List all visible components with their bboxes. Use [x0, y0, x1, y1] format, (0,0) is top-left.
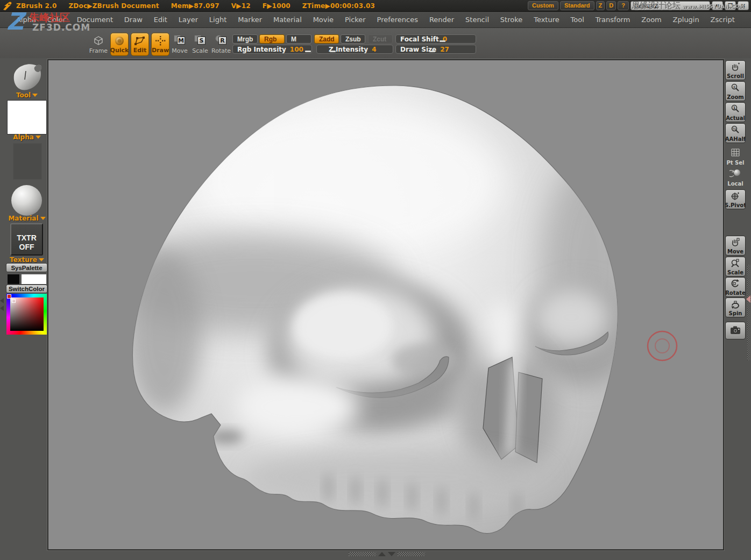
menu-item-stroke[interactable]: Stroke: [500, 16, 522, 24]
zsub-button[interactable]: Zsub: [341, 34, 365, 44]
menu-item-edit[interactable]: Edit: [154, 16, 167, 24]
zbrush-logo-icon: [2, 1, 13, 11]
menu-item-alpha[interactable]: Alpha: [16, 16, 36, 24]
local-button[interactable]: Local: [725, 167, 746, 187]
menu-item-light[interactable]: Light: [209, 16, 226, 24]
sv-selector[interactable]: [12, 299, 16, 303]
move-button[interactable]: M Move: [171, 33, 189, 56]
tray-collapse-icon[interactable]: [388, 552, 395, 556]
z-intensity-slider[interactable]: Z Intensity 4: [316, 45, 393, 54]
menu-item-draw[interactable]: Draw: [124, 16, 143, 24]
skull-model[interactable]: [48, 60, 723, 549]
slider-handle[interactable]: [440, 40, 445, 42]
aahalf-label: AAHalf: [725, 136, 746, 142]
menu-item-movie[interactable]: Movie: [313, 16, 334, 24]
syspalette-button[interactable]: SysPalette: [6, 263, 47, 272]
quick-button[interactable]: Quick: [110, 33, 129, 56]
zoom-label: Zoom: [727, 94, 743, 100]
color-picker[interactable]: [6, 294, 47, 335]
menu-item-material[interactable]: Material: [273, 16, 302, 24]
default-zscript-button[interactable]: DefaultZ: [630, 1, 710, 10]
hand-scroll-icon: [730, 62, 741, 73]
menu-item-texture[interactable]: Texture: [534, 16, 559, 24]
aahalf-button[interactable]: ½ AAHalf: [725, 123, 746, 143]
scale-view-button[interactable]: Scale: [725, 257, 746, 277]
rgb-intensity-slider[interactable]: Rgb Intensity 100: [232, 45, 312, 54]
menu-item-render[interactable]: Render: [429, 16, 454, 24]
slider-handle[interactable]: [305, 51, 311, 52]
restore-window-icon[interactable]: ❐: [725, 1, 736, 10]
spin-button[interactable]: Spin: [725, 297, 746, 317]
hue-selector[interactable]: [7, 294, 11, 299]
rotate-label: Rotate: [211, 47, 231, 54]
scale-button[interactable]: S Scale: [191, 33, 209, 56]
rotate-view-button[interactable]: Rotate: [725, 277, 746, 297]
menu-item-marker[interactable]: Marker: [238, 16, 262, 24]
stroke-preview-thumbnail[interactable]: [13, 143, 42, 180]
help-button[interactable]: ?: [618, 1, 629, 10]
s-pivot-button[interactable]: S.Pivot: [725, 189, 746, 209]
draw-button[interactable]: Draw: [151, 33, 169, 56]
rotate-button[interactable]: R Rotate: [212, 33, 230, 56]
menu-item-color[interactable]: Color: [47, 16, 66, 24]
right-tray-scroll-strip[interactable]: [747, 265, 751, 360]
material-preview-thumbnail[interactable]: [11, 185, 42, 216]
rgb-button[interactable]: Rgb: [259, 34, 285, 44]
custom-ui-button[interactable]: Custom: [528, 1, 558, 10]
m-button[interactable]: M: [286, 34, 311, 44]
alpha-flyout-label[interactable]: Alpha: [0, 133, 54, 141]
switchcolor-button[interactable]: SwitchColor: [6, 285, 47, 293]
texture-flyout-label[interactable]: Texture: [0, 256, 54, 264]
focal-shift-slider[interactable]: Focal Shift 0: [395, 34, 476, 44]
menu-item-zoom[interactable]: Zoom: [641, 16, 661, 24]
spin-arrow-icon: [730, 299, 741, 310]
right-tray-collapse-icon[interactable]: [746, 295, 750, 303]
scroll-button[interactable]: Scroll: [725, 60, 746, 80]
tool-flyout-label[interactable]: Tool: [0, 91, 54, 99]
menu-item-zscript[interactable]: Zscript: [711, 16, 735, 24]
divider-grip[interactable]: [349, 552, 376, 556]
edit-button[interactable]: Edit: [131, 33, 149, 56]
zoom-button[interactable]: + Zoom: [725, 81, 746, 101]
canvas-document[interactable]: [47, 59, 724, 550]
close-window-icon[interactable]: ✕: [738, 1, 749, 10]
left-tray-collapse-icon[interactable]: [0, 298, 4, 303]
slider-handle[interactable]: [330, 51, 336, 52]
menu-item-layer[interactable]: Layer: [179, 16, 198, 24]
menu-item-stencil[interactable]: Stencil: [465, 16, 489, 24]
slider-handle[interactable]: [429, 51, 435, 52]
draw-size-slider[interactable]: Draw Size 27: [395, 45, 476, 54]
mrgb-button[interactable]: Mrgb: [232, 34, 258, 44]
menu-item-document[interactable]: Document: [77, 16, 113, 24]
z-button[interactable]: Z: [596, 1, 605, 10]
menu-item-picker[interactable]: Picker: [345, 16, 366, 24]
svg-text:1: 1: [733, 106, 736, 110]
main-color-swatch[interactable]: [7, 274, 20, 285]
snapshot-button[interactable]: [725, 322, 746, 339]
tray-expand-icon[interactable]: [378, 552, 386, 556]
menu-dropdown-icon[interactable]: ▼: [712, 1, 723, 10]
bottom-tray-divider[interactable]: [349, 551, 425, 556]
alpha-preview-thumbnail[interactable]: [7, 100, 47, 134]
standard-ui-button[interactable]: Standard: [560, 1, 594, 10]
zadd-button[interactable]: Zadd: [314, 34, 339, 44]
menu-item-transform[interactable]: Transform: [596, 16, 630, 24]
scale-arrows-icon: [730, 258, 741, 269]
material-flyout-label[interactable]: Material: [0, 215, 54, 222]
texture-off-button[interactable]: TXTR OFF: [10, 223, 43, 256]
menu-item-zplugin[interactable]: Zplugin: [673, 16, 699, 24]
d-button[interactable]: D: [606, 1, 616, 10]
menu-item-preferences[interactable]: Preferences: [377, 16, 418, 24]
move-view-button[interactable]: Move: [725, 236, 746, 256]
left-tray-collapse-icon[interactable]: [0, 306, 4, 311]
tool-preview-thumbnail[interactable]: [10, 59, 44, 93]
edit-label: Edit: [133, 47, 146, 54]
menu-item-tool[interactable]: Tool: [571, 16, 584, 24]
pt-sel-button[interactable]: Pt Sel: [725, 146, 746, 166]
frame-button[interactable]: Frame: [89, 33, 108, 56]
secondary-color-swatch[interactable]: [21, 274, 47, 285]
zcut-button[interactable]: Zcut: [368, 34, 393, 44]
zdoc-title[interactable]: ZDoc▶ZBrush Document: [68, 2, 159, 10]
divider-grip[interactable]: [398, 552, 425, 556]
actual-button[interactable]: 1 Actual: [725, 102, 746, 122]
